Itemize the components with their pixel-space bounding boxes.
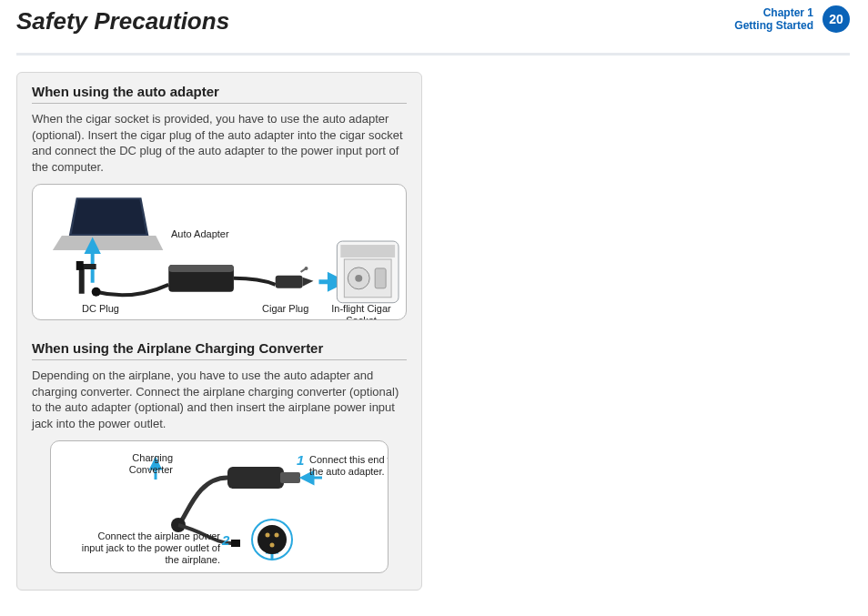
chapter-block: Chapter 1 Getting Started 20 <box>734 5 850 33</box>
section1-body: When the cigar socket is provided, you h… <box>32 111 407 175</box>
step1-text: Connect this end to the auto adapter. <box>309 454 389 477</box>
page-title: Safety Precautions <box>16 9 229 33</box>
step2-text: Connect the airplane power input jack to… <box>76 530 220 565</box>
svg-point-30 <box>275 533 279 538</box>
figure1-illustration <box>33 185 406 319</box>
svg-rect-18 <box>280 472 300 483</box>
step1-number: 1 <box>297 452 304 468</box>
figure-auto-adapter: Auto Adapter DC Plug Cigar Plug In-fligh… <box>32 184 407 320</box>
step2-number: 2 <box>222 532 229 548</box>
svg-point-31 <box>270 543 275 548</box>
label-inflight-socket: In-flight Cigar Socket <box>317 303 406 320</box>
svg-rect-12 <box>340 245 395 258</box>
svg-rect-17 <box>227 467 284 489</box>
svg-line-8 <box>301 268 307 272</box>
svg-rect-2 <box>76 261 84 270</box>
label-charging-converter: Charging Converter <box>107 452 173 475</box>
chapter-line-2: Getting Started <box>734 19 813 32</box>
svg-point-15 <box>355 275 362 282</box>
svg-rect-6 <box>276 276 303 288</box>
label-cigar-plug: Cigar Plug <box>262 303 308 315</box>
page-root: Safety Precautions Chapter 1 Getting Sta… <box>0 0 868 616</box>
svg-point-3 <box>92 288 101 297</box>
svg-rect-16 <box>375 268 386 288</box>
svg-rect-5 <box>168 265 234 272</box>
svg-point-28 <box>257 525 287 554</box>
label-dc-plug: DC Plug <box>82 303 119 315</box>
document-header: Safety Precautions Chapter 1 Getting Sta… <box>16 9 850 56</box>
svg-point-29 <box>266 533 270 538</box>
section2-heading: When using the Airplane Charging Convert… <box>32 340 407 360</box>
page-number-badge: 20 <box>823 5 850 33</box>
label-auto-adapter: Auto Adapter <box>171 228 229 240</box>
svg-rect-20 <box>231 540 240 547</box>
figure-airplane-converter: Charging Converter 1 Connect this end to… <box>50 440 389 573</box>
chapter-text: Chapter 1 Getting Started <box>734 6 813 33</box>
section1-heading: When using the auto adapter <box>32 84 407 104</box>
chapter-line-1: Chapter 1 <box>734 6 813 19</box>
section2-body: Depending on the airplane, you have to u… <box>32 368 407 431</box>
content-columns: When using the auto adapter When the cig… <box>16 72 850 591</box>
left-panel: When using the auto adapter When the cig… <box>16 72 422 591</box>
